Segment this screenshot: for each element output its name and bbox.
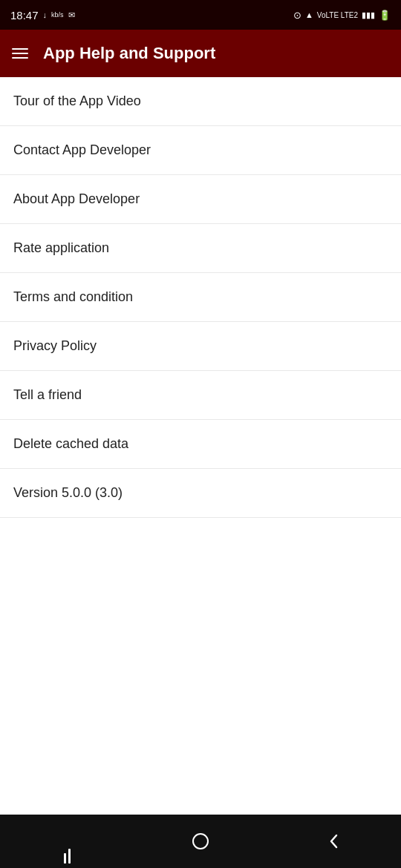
menu-button[interactable] bbox=[12, 48, 28, 59]
menu-item-label-rate: Rate application bbox=[13, 240, 109, 255]
status-bar-right: ⊙ ▲ VoLTE LTE2 ▮▮▮ 🔋 bbox=[293, 10, 391, 21]
bottom-nav-bar bbox=[0, 815, 401, 868]
wifi-icon: ⊙ bbox=[293, 10, 301, 21]
menu-item-delete[interactable]: Delete cached data bbox=[0, 420, 401, 469]
menu-list: Tour of the App VideoContact App Develop… bbox=[0, 77, 401, 815]
menu-item-contact[interactable]: Contact App Developer bbox=[0, 126, 401, 175]
menu-item-about[interactable]: About App Developer bbox=[0, 175, 401, 224]
signal-bars-icon: ▮▮▮ bbox=[362, 10, 375, 20]
menu-item-label-delete: Delete cached data bbox=[13, 436, 128, 451]
menu-item-tell[interactable]: Tell a friend bbox=[0, 371, 401, 420]
menu-item-terms[interactable]: Terms and condition bbox=[0, 273, 401, 322]
status-bar: 18:47 ↓ kb/s ✉ ⊙ ▲ VoLTE LTE2 ▮▮▮ 🔋 bbox=[0, 0, 401, 30]
menu-item-version[interactable]: Version 5.0.0 (3.0) bbox=[0, 469, 401, 518]
menu-item-label-about: About App Developer bbox=[13, 191, 140, 206]
battery-icon: 🔋 bbox=[379, 10, 391, 21]
download-icon: ↓ bbox=[43, 10, 48, 19]
signal-icon: ▲ bbox=[305, 10, 313, 19]
menu-item-label-tour: Tour of the App Video bbox=[13, 93, 141, 108]
status-time: 18:47 bbox=[10, 9, 39, 22]
lte-label: VoLTE LTE2 bbox=[317, 11, 358, 19]
menu-item-label-privacy: Privacy Policy bbox=[13, 338, 97, 353]
menu-item-tour[interactable]: Tour of the App Video bbox=[0, 77, 401, 126]
home-button[interactable] bbox=[178, 819, 223, 864]
menu-item-label-terms: Terms and condition bbox=[13, 289, 133, 304]
svg-rect-0 bbox=[193, 834, 208, 849]
app-header: App Help and Support bbox=[0, 30, 401, 77]
menu-item-rate[interactable]: Rate application bbox=[0, 224, 401, 273]
message-icon: ✉ bbox=[68, 10, 75, 20]
menu-item-label-version: Version 5.0.0 (3.0) bbox=[13, 485, 123, 500]
recent-apps-button[interactable] bbox=[45, 819, 89, 864]
kb-indicator: kb/s bbox=[51, 11, 64, 19]
back-button[interactable] bbox=[312, 819, 356, 864]
menu-item-label-tell: Tell a friend bbox=[13, 387, 82, 402]
menu-item-label-contact: Contact App Developer bbox=[13, 142, 151, 157]
status-bar-left: 18:47 ↓ kb/s ✉ bbox=[10, 9, 75, 22]
menu-item-privacy[interactable]: Privacy Policy bbox=[0, 322, 401, 371]
page-title: App Help and Support bbox=[43, 44, 215, 63]
